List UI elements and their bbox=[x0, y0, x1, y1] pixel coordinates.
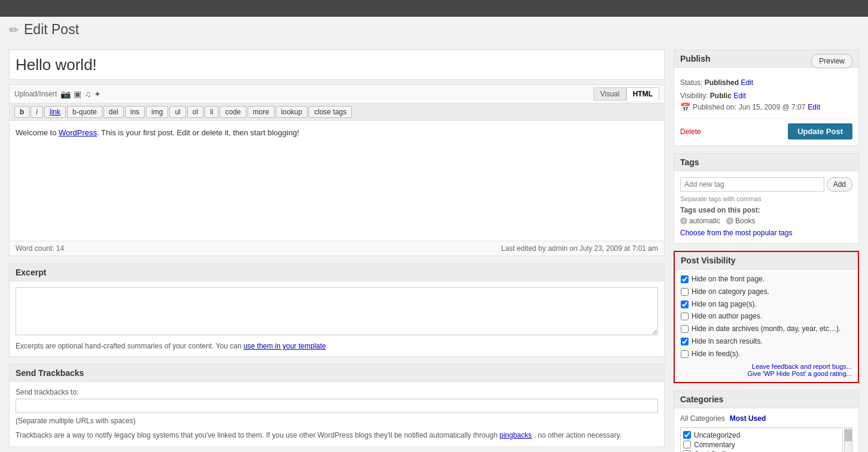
visibility-check-3[interactable] bbox=[681, 313, 689, 320]
upload-icons: 📷 ▣ ♫ ✦ bbox=[60, 89, 101, 99]
toolbar-italic[interactable]: i bbox=[31, 106, 43, 118]
tags-input-row: Add bbox=[680, 177, 852, 192]
tab-most-used[interactable]: Most Used bbox=[730, 414, 766, 423]
cat-check-uncategorized[interactable] bbox=[683, 431, 691, 439]
visibility-item-6: Hide in feed(s). bbox=[681, 349, 852, 359]
post-visibility-box: Post Visibility Hide on the front page. … bbox=[674, 251, 859, 383]
tag-books: × Books bbox=[726, 217, 755, 225]
tab-all-categories[interactable]: All Categories bbox=[680, 414, 725, 423]
page-title-area: ✏ Edit Post bbox=[9, 22, 859, 38]
tab-html[interactable]: HTML bbox=[626, 87, 659, 101]
visibility-item-4: Hide in date archives (month, day, year,… bbox=[681, 324, 852, 334]
top-bar bbox=[0, 0, 868, 17]
page-title: Edit Post bbox=[24, 22, 79, 38]
upload-insert-area: Upload/Insert 📷 ▣ ♫ ✦ bbox=[14, 89, 101, 99]
feedback-links: Leave feedback and report bugs... Give '… bbox=[681, 363, 852, 377]
published-on-edit-link[interactable]: Edit bbox=[808, 103, 820, 111]
post-title-text: Hello world! bbox=[16, 56, 97, 74]
trackback-label: Send trackbacks to: bbox=[16, 388, 658, 396]
tag-automatic-label: automatic bbox=[689, 217, 720, 225]
excerpt-desc-pre: Excerpts are optional hand-crafted summa… bbox=[16, 342, 242, 350]
trackback-desc-end: , no other action necessary. bbox=[534, 431, 622, 439]
choose-tags-link[interactable]: Choose from the most popular tags bbox=[680, 229, 852, 237]
visibility-label: Visibility: bbox=[680, 92, 708, 100]
status-label: Status: bbox=[680, 78, 702, 87]
visibility-row: Visibility: Public Edit bbox=[680, 92, 852, 100]
published-on-value: Jun 15, 2009 @ 7:07 bbox=[739, 103, 806, 111]
toolbar-bold[interactable]: b bbox=[14, 106, 29, 118]
publish-action-row: Delete Update Post bbox=[680, 118, 852, 139]
toolbar-more[interactable]: more bbox=[248, 106, 275, 118]
audio-upload-icon[interactable]: ♫ bbox=[84, 89, 91, 99]
tag-automatic-remove[interactable]: × bbox=[680, 217, 687, 225]
sidebar-column: Publish Preview Status: Published Edit V… bbox=[674, 50, 859, 452]
pingbacks-link[interactable]: pingbacks bbox=[500, 431, 532, 439]
tags-box: Tags Add Separate tags with commas Tags … bbox=[674, 153, 859, 244]
excerpt-content: Excerpts are optional hand-crafted summa… bbox=[10, 281, 664, 356]
toolbar-del[interactable]: del bbox=[103, 106, 124, 118]
delete-link[interactable]: Delete bbox=[680, 128, 701, 136]
excerpt-textarea[interactable] bbox=[16, 287, 658, 335]
post-visibility-title: Post Visibility bbox=[675, 252, 858, 269]
cat-check-commentary[interactable] bbox=[683, 441, 691, 448]
excerpt-template-link[interactable]: use them in your template bbox=[243, 342, 326, 350]
status-edit-link[interactable]: Edit bbox=[741, 78, 753, 87]
toolbar-li[interactable]: li bbox=[205, 106, 218, 118]
toolbar-ol[interactable]: ol bbox=[187, 106, 203, 118]
visibility-item-2: Hide on tag page(s). bbox=[681, 299, 852, 310]
post-title[interactable]: Hello world! bbox=[9, 50, 665, 80]
visibility-label-3: Hide on author pages. bbox=[692, 311, 762, 321]
visibility-check-1[interactable] bbox=[681, 288, 689, 296]
visibility-check-0[interactable] bbox=[681, 275, 689, 283]
status-row: Status: Published Edit bbox=[680, 78, 852, 87]
visibility-item-0: Hide on the front page. bbox=[681, 274, 852, 284]
cat-item-cool-stuff: Cool Stuff bbox=[683, 450, 840, 452]
cat-label-uncategorized: Uncategorized bbox=[694, 431, 740, 439]
editor-container: Upload/Insert 📷 ▣ ♫ ✦ Visual HTML bbox=[9, 84, 665, 256]
visibility-check-6[interactable] bbox=[681, 350, 689, 358]
visibility-label-0: Hide on the front page. bbox=[692, 274, 765, 284]
toolbar-code[interactable]: code bbox=[220, 106, 246, 118]
gallery-upload-icon[interactable]: ▣ bbox=[74, 89, 81, 99]
visibility-check-4[interactable] bbox=[681, 325, 689, 333]
toolbar-ins[interactable]: ins bbox=[125, 106, 145, 118]
wordpress-link[interactable]: WordPress bbox=[59, 128, 97, 137]
tags-title: Tags bbox=[674, 154, 858, 171]
visibility-edit-link[interactable]: Edit bbox=[733, 92, 746, 100]
trackbacks-box: Send Trackbacks Send trackbacks to: (Sep… bbox=[9, 364, 665, 447]
cat-item-uncategorized: Uncategorized bbox=[683, 430, 840, 440]
trackback-input[interactable] bbox=[16, 399, 658, 413]
toolbar-ul[interactable]: ul bbox=[169, 106, 185, 118]
toolbar-link[interactable]: link bbox=[44, 106, 66, 118]
visibility-label-6: Hide in feed(s). bbox=[692, 349, 740, 359]
visibility-check-2[interactable] bbox=[681, 301, 689, 308]
tags-input[interactable] bbox=[680, 177, 824, 192]
toolbar-close-tags[interactable]: close tags bbox=[309, 106, 352, 118]
tag-books-remove[interactable]: × bbox=[726, 217, 733, 225]
toolbar-bquote[interactable]: b-quote bbox=[67, 106, 102, 118]
media-upload-icon[interactable]: ✦ bbox=[94, 89, 101, 99]
categories-inner: Uncategorized Commentary Cool Stuff bbox=[680, 427, 852, 452]
publish-date-row: 📅 Published on: Jun 15, 2009 @ 7:07 Edit bbox=[680, 102, 852, 112]
categories-tabs: All Categories Most Used bbox=[680, 414, 852, 423]
toolbar-img[interactable]: img bbox=[146, 106, 168, 118]
trackback-desc-text: Trackbacks are a way to notify legacy bl… bbox=[16, 431, 498, 439]
rating-link[interactable]: Give 'WP Hide Post' a good rating... bbox=[681, 370, 852, 377]
update-post-button[interactable]: Update Post bbox=[788, 123, 852, 139]
visibility-content: Hide on the front page. Hide on category… bbox=[675, 269, 858, 382]
visibility-label-1: Hide on category pages. bbox=[692, 287, 769, 297]
feedback-link[interactable]: Leave feedback and report bugs... bbox=[681, 363, 852, 370]
tags-add-button[interactable]: Add bbox=[827, 177, 852, 192]
editor-content[interactable]: Welcome to WordPress. This is your first… bbox=[10, 121, 664, 241]
tab-visual[interactable]: Visual bbox=[593, 87, 626, 101]
excerpt-box: Excerpt Excerpts are optional hand-craft… bbox=[9, 263, 665, 357]
visibility-value: Public bbox=[710, 92, 732, 100]
categories-scrollbar[interactable] bbox=[844, 427, 852, 452]
visibility-check-5[interactable] bbox=[681, 338, 689, 345]
toolbar-lookup[interactable]: lookup bbox=[276, 106, 307, 118]
trackback-hint: (Separate multiple URLs with spaces) bbox=[16, 415, 658, 426]
image-upload-icon[interactable]: 📷 bbox=[60, 89, 71, 99]
preview-button[interactable]: Preview bbox=[811, 54, 852, 68]
visibility-item-5: Hide in search results. bbox=[681, 336, 852, 347]
trackbacks-title: Send Trackbacks bbox=[10, 365, 664, 382]
